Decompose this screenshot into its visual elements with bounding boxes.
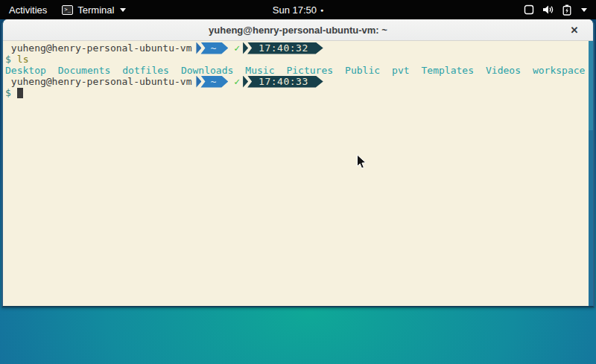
prompt-dollar: $ (5, 87, 11, 98)
terminal-cursor (17, 88, 23, 98)
powerline-chevron-icon (196, 42, 201, 54)
status-check-icon: ✓ (234, 42, 240, 54)
directory-name: workspace (533, 65, 585, 76)
directory-name: Downloads (181, 65, 233, 76)
ls-output-line: DesktopDocumentsdotfilesDownloadsMusicPi… (5, 65, 586, 76)
typed-command: ls (17, 54, 29, 65)
terminal-app-icon: >_ (62, 5, 73, 15)
input-line[interactable]: $ (5, 87, 586, 98)
prompt-dollar: $ (5, 54, 11, 65)
directory-name: Pictures (286, 65, 333, 76)
directory-name: Public (345, 65, 380, 76)
directory-name: Music (245, 65, 274, 76)
scrollbar[interactable] (589, 41, 593, 306)
notification-dot-icon: ● (320, 7, 323, 13)
prompt-line: yuheng@henry-personal-ubuntu-vm ~ ✓ 17:4… (5, 76, 586, 87)
window-title: yuheng@henry-personal-ubuntu-vm: ~ (209, 25, 387, 36)
prompt-user-host: yuheng@henry-personal-ubuntu-vm (5, 76, 191, 87)
cwd-segment: ~ (200, 42, 228, 54)
directory-name: Desktop (5, 65, 46, 76)
app-menu-label: Terminal (77, 4, 114, 16)
cwd-segment: ~ (200, 76, 228, 88)
system-status-area[interactable] (519, 0, 592, 19)
time-segment: 17:40:32 (247, 42, 323, 54)
window-titlebar[interactable]: yuheng@henry-personal-ubuntu-vm: ~ ✕ (3, 19, 593, 41)
chevron-down-icon (120, 8, 126, 12)
directory-name: Templates (422, 65, 474, 76)
time-segment: 17:40:33 (247, 76, 323, 88)
prompt-line: yuheng@henry-personal-ubuntu-vm ~ ✓ 17:4… (5, 42, 586, 54)
battery-charging-icon (562, 4, 571, 16)
directory-name: Videos (486, 65, 521, 76)
terminal-content[interactable]: yuheng@henry-personal-ubuntu-vm ~ ✓ 17:4… (3, 41, 593, 306)
volume-icon (542, 4, 554, 15)
terminal-window: yuheng@henry-personal-ubuntu-vm: ~ ✕ yuh… (1, 19, 595, 307)
system-menu-chevron-icon (581, 8, 587, 12)
prompt-user-host: yuheng@henry-personal-ubuntu-vm (5, 42, 191, 54)
status-check-icon: ✓ (234, 76, 240, 87)
close-icon[interactable]: ✕ (566, 19, 583, 41)
powerline-chevron-icon (196, 76, 201, 88)
directory-name: Documents (58, 65, 110, 76)
directory-name: dotfiles (122, 65, 169, 76)
powerline-chevron-icon (243, 42, 248, 54)
command-line: $ ls (5, 54, 586, 65)
top-bar: Activities >_ Terminal Sun 17:50 ● (0, 0, 596, 19)
display-icon (524, 4, 534, 15)
activities-button[interactable]: Activities (0, 0, 56, 19)
directory-name: pvt (392, 65, 409, 76)
app-menu-terminal[interactable]: >_ Terminal (56, 0, 132, 19)
clock-label: Sun 17:50 (273, 4, 317, 16)
powerline-chevron-icon (243, 76, 248, 88)
